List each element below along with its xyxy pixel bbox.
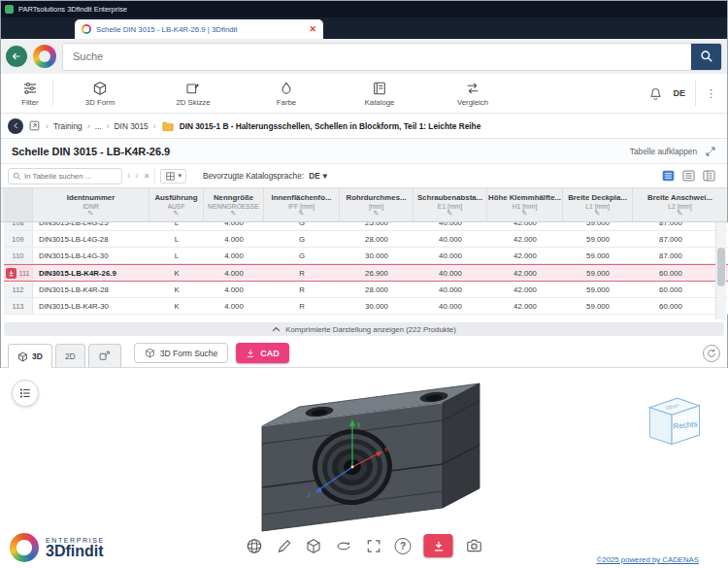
cell-hoehe: 42.000 [487, 235, 563, 244]
chevron-left-icon [12, 121, 20, 130]
view-detail-icon[interactable] [702, 169, 716, 183]
kebab-menu-icon[interactable]: ⋮ [706, 87, 716, 100]
window-titlebar: PARTsolutions 3Dfindit Enterprise [0, 0, 728, 17]
table-row[interactable]: 108 DIN3015-LB-L4G-25 L 4.000 G 25.000 4… [4, 222, 728, 231]
clear-search-button[interactable]: ✕ [144, 172, 150, 181]
compact-view-toggle[interactable]: Komprimierte Darstellung anzeigen (222 P… [4, 322, 724, 336]
breadcrumb-back-button[interactable] [8, 118, 23, 134]
table-row[interactable]: 109 DIN3015-LB-L4G-28 L 4.000 G 28.000 4… [4, 231, 728, 248]
controls-divider [154, 168, 155, 184]
table-row[interactable]: 113 DIN3015-LB-K4R-30 K 4.000 R 30.000 4… [4, 298, 728, 315]
breadcrumb-item-training[interactable]: Training [53, 121, 83, 131]
view-list-icon[interactable] [681, 169, 696, 183]
search-input[interactable] [63, 50, 691, 62]
column-header-hoehe-klemmhaelften[interactable]: Höhe Klemmhälfte... H1 [mm] ✎ [487, 188, 563, 221]
color-search-button[interactable]: Farbe [240, 81, 333, 107]
column-header-rohrdurchmesser[interactable]: Rohrdurchmes... [mm] ✎ [340, 188, 414, 221]
breadcrumb-chevron: › [107, 121, 110, 131]
navigation-cube[interactable]: Rechts Oben [639, 384, 709, 453]
cube-icon [306, 538, 322, 554]
breadcrumb-item-din3015[interactable]: DIN 3015 [115, 121, 149, 131]
3d-form-label: 3D Form [85, 98, 115, 107]
filter-button[interactable]: Filter [8, 81, 52, 107]
edit-column-icon[interactable]: ✎ [231, 211, 237, 217]
folder-icon [161, 119, 175, 133]
table-search-input[interactable] [24, 172, 117, 181]
cell-nenngroesse: 4.000 [204, 269, 264, 278]
cell-ausf: K [149, 285, 204, 294]
edit-column-icon[interactable]: ✎ [299, 211, 305, 217]
view-table-active-icon[interactable] [661, 169, 676, 183]
tab-2d[interactable]: 2D [55, 344, 85, 367]
edit-column-icon[interactable]: ✎ [447, 211, 453, 217]
3d-viewer-canvas[interactable]: y z x Rechts Oben [0, 368, 728, 568]
column-header-ausfuehrung[interactable]: Ausführung AUSF ✎ [149, 188, 204, 221]
column-header-breite-anschweissplatte[interactable]: Breite Anschwei... L2 [mm] ✎ [633, 188, 728, 221]
column-code: AUSF [167, 203, 184, 210]
column-header-breite-deckplatte[interactable]: Breite Deckpla... L1 [mm] ✎ [563, 188, 633, 221]
edit-column-icon[interactable]: ✎ [88, 211, 94, 217]
viewer-options-button[interactable] [703, 345, 720, 362]
mesh-quality-button[interactable] [246, 537, 264, 555]
3d-form-search-button[interactable]: 3D Form Suche [134, 343, 229, 363]
browser-tab[interactable]: Schelle DIN 3015 - LB-K4R-26.9 | 3Dfindi… [75, 19, 323, 39]
cell-idnr: DIN3015-LB-L4G-28 [33, 235, 149, 244]
breadcrumb-item-ellipsis[interactable]: ... [95, 121, 102, 131]
table-row-selected[interactable]: 111 DIN3015-LB-K4R-26.9 K 4.000 R 26.900… [4, 264, 728, 282]
cadenas-copyright-link[interactable]: ©2025 powered by CADENAS [597, 555, 699, 564]
2d-sketch-button[interactable]: 2D Skizze [147, 81, 240, 107]
compare-button[interactable]: Vergleich [426, 81, 519, 107]
edit-column-icon[interactable]: ✎ [678, 211, 683, 217]
help-button[interactable]: ? [395, 538, 412, 554]
column-picker-button[interactable]: ▾ [160, 169, 186, 184]
download-button[interactable] [424, 534, 453, 557]
column-header-nenngroesse[interactable]: Nenngröße NENNGROESSE ✎ [204, 188, 264, 221]
table-vertical-scrollbar[interactable] [715, 222, 726, 319]
search-button[interactable] [691, 43, 721, 71]
refresh-view-icon [707, 349, 716, 358]
cell-hoehe: 42.000 [487, 222, 563, 227]
edit-column-icon[interactable]: ✎ [174, 211, 180, 217]
viewer-menu-button[interactable] [12, 380, 39, 407]
3d-model[interactable]: y z x [225, 370, 516, 535]
column-header-identnummer[interactable]: Identnummer IDNR ✎ [33, 188, 149, 221]
cube-icon [145, 348, 155, 358]
tab-close-icon[interactable]: ✕ [309, 24, 316, 34]
solid-view-button[interactable] [306, 538, 322, 554]
column-name: Rohrdurchmes... [347, 193, 407, 202]
column-header-innenflaechenform[interactable]: Innenflächenfo... IFF [mm] ✎ [264, 188, 340, 221]
expand-table-button[interactable]: Tabelle aufklappen [630, 146, 716, 157]
rotate-view-button[interactable] [335, 538, 353, 554]
edit-column-icon[interactable]: ✎ [522, 211, 528, 217]
next-match-button[interactable]: › [135, 171, 138, 181]
cell-idnr: DIN3015-LB-K4R-28 [33, 285, 149, 294]
edit-column-icon[interactable]: ✎ [374, 211, 380, 217]
scrollbar-thumb[interactable] [717, 248, 725, 286]
prev-match-button[interactable]: ‹ [127, 171, 130, 181]
back-button[interactable] [6, 46, 27, 67]
up-level-icon[interactable] [28, 119, 41, 132]
column-header-schraubenabstand[interactable]: Schraubenabsta... E1 [mm] ✎ [414, 188, 487, 221]
bell-icon[interactable] [648, 86, 663, 101]
catalog-language-dropdown[interactable]: DE ▾ [309, 171, 327, 181]
column-name: Nenngröße [214, 193, 253, 202]
cad-download-button[interactable]: CAD [236, 343, 289, 363]
table-row[interactable]: 112 DIN3015-LB-K4R-28 K 4.000 R 28.000 4… [4, 282, 728, 298]
annotation-pen-button[interactable] [277, 538, 293, 554]
catalogs-button[interactable]: Kataloge [333, 81, 426, 107]
fit-view-button[interactable] [366, 538, 382, 554]
cell-hoehe: 42.000 [487, 251, 563, 260]
color-droplet-icon [279, 81, 294, 96]
tab-3d[interactable]: 3D [8, 344, 52, 368]
cell-nenngroesse: 4.000 [204, 222, 264, 227]
tab-sketch-derive[interactable] [88, 344, 121, 367]
language-switcher[interactable]: DE [673, 88, 685, 98]
table-controls: ‹ › ✕ ▾ Bevorzugte Katalogsprache: DE ▾ [0, 164, 728, 187]
app-icon [5, 5, 14, 14]
home-logo-button[interactable] [33, 45, 56, 68]
screenshot-button[interactable] [466, 537, 483, 554]
table-row[interactable]: 110 DIN3015-LB-L4G-30 L 4.000 G 30.000 4… [4, 248, 728, 264]
3d-form-button[interactable]: 3D Form [53, 81, 147, 107]
edit-column-icon[interactable]: ✎ [595, 211, 601, 217]
row-number: 109 [4, 231, 33, 247]
